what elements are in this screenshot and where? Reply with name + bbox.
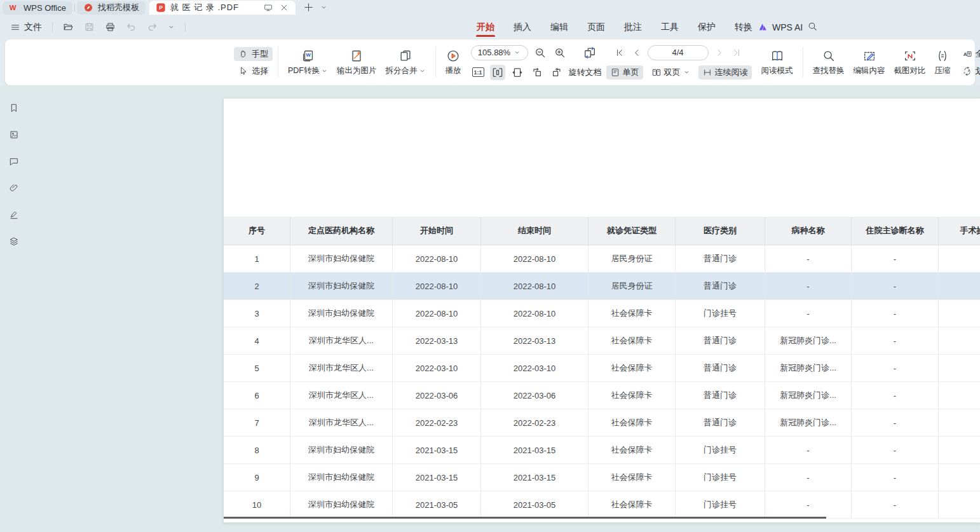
rotate-right-button[interactable] <box>549 65 564 80</box>
table-cell: 2021-03-15 <box>393 437 481 464</box>
wps-ai-button[interactable]: WPS AI <box>758 15 803 39</box>
first-page-button[interactable] <box>613 46 626 59</box>
save-button[interactable] <box>80 19 99 35</box>
table-cell: 深圳市龙华区人... <box>290 327 393 355</box>
new-tab-icon[interactable] <box>303 2 314 13</box>
single-page-icon <box>610 67 620 78</box>
page-indicator-input[interactable]: 4/4 <box>648 45 709 60</box>
table-cell: - <box>939 409 980 437</box>
tab-document[interactable]: 就 医 记 录 .PDF <box>149 1 296 15</box>
tab-docer-templates[interactable]: 找稻壳模板 <box>77 1 146 15</box>
next-page-icon <box>714 48 725 58</box>
zoom-out-button[interactable] <box>533 45 548 60</box>
next-page-button[interactable] <box>713 46 726 59</box>
table-cell: 深圳市龙华区人... <box>290 355 393 382</box>
table-row: 5深圳市龙华区人...2022-03-102022-03-10社会保障卡普通门诊… <box>224 355 980 382</box>
select-tool-button[interactable]: 选择 <box>234 64 273 78</box>
zoom-level-control[interactable]: 105.88% <box>471 45 528 60</box>
menu-item-pages[interactable]: 页面 <box>578 15 615 39</box>
menu-bar: 文件 开始 插入 编辑 页面 批注 工具 保护 转换 WPS AI <box>0 15 980 39</box>
pdf-convert-button[interactable]: PDF转换 <box>283 46 332 79</box>
chevron-down-icon <box>321 67 328 74</box>
menu-item-insert[interactable]: 插入 <box>504 15 541 39</box>
table-cell: - <box>939 437 980 464</box>
last-page-button[interactable] <box>730 46 743 59</box>
table-row: 3深圳市妇幼保健院2022-08-102022-08-10社会保障卡门诊挂号--… <box>224 300 980 327</box>
table-cell: 普通门诊 <box>676 245 765 273</box>
table-cell: 7 <box>224 409 290 437</box>
menu-item-convert[interactable]: 转换 <box>725 15 762 39</box>
menu-item-tools[interactable]: 工具 <box>651 15 688 39</box>
tab-actions <box>303 2 327 13</box>
continuous-read-button[interactable]: 连续阅读 <box>698 65 752 79</box>
fit-width-button[interactable] <box>490 65 505 80</box>
bookmarks-panel-button[interactable] <box>5 99 23 117</box>
word-translate-button[interactable]: 划词翻译 <box>958 64 980 78</box>
signature-panel-button[interactable] <box>5 206 23 224</box>
redo-button[interactable] <box>143 19 161 35</box>
table-row: 8深圳市妇幼保健院2021-03-152021-03-15社会保障卡门诊挂号--… <box>224 437 980 464</box>
table-cell: 4 <box>224 327 290 355</box>
zoom-in-icon <box>554 46 566 59</box>
menu-search-button[interactable] <box>806 20 819 33</box>
layers-panel-button[interactable] <box>5 233 23 250</box>
split-merge-button[interactable]: 拆分合并 <box>381 46 430 79</box>
table-cell: 普通门诊 <box>676 273 765 300</box>
table-cell: 普通门诊 <box>676 409 765 437</box>
comments-panel-button[interactable] <box>5 153 23 170</box>
rotate-left-button[interactable] <box>529 65 545 80</box>
table-row: 7深圳市龙华区人...2022-02-232022-02-23社会保障卡普通门诊… <box>224 409 980 437</box>
rotate-doc-label[interactable]: 旋转文档 <box>569 67 602 78</box>
table-cell: 社会保障卡 <box>589 437 676 464</box>
fit-page-button[interactable] <box>510 65 525 80</box>
table-cell: 新冠肺炎门诊... <box>765 327 852 355</box>
redo-icon <box>147 22 158 32</box>
read-mode-label: 阅读模式 <box>761 65 793 76</box>
zoom-in-button[interactable] <box>552 45 568 60</box>
page-indicator-value: 4/4 <box>672 48 683 57</box>
table-cell: 门诊挂号 <box>676 464 765 491</box>
menu-item-home[interactable]: 开始 <box>467 15 504 39</box>
export-image-button[interactable]: 输出为图片 <box>332 46 381 79</box>
tab-list-chevron-icon[interactable] <box>320 4 327 11</box>
menu-item-edit[interactable]: 编辑 <box>541 15 578 39</box>
tab-wps-office[interactable]: WPS Office <box>3 1 72 15</box>
open-button[interactable] <box>59 19 78 35</box>
play-button[interactable]: 播放 <box>441 46 466 79</box>
previous-page-button[interactable] <box>630 46 643 59</box>
table-cell: 2022-08-10 <box>393 273 481 300</box>
translate-group: 全文翻译 划词翻译 <box>958 47 980 78</box>
double-page-button[interactable]: 双页 <box>648 65 694 79</box>
table-cell: - <box>852 300 939 327</box>
find-replace-button[interactable]: 查找替换 <box>808 46 849 79</box>
compress-button[interactable]: 压缩 <box>930 46 955 79</box>
close-tab-icon[interactable] <box>279 3 289 13</box>
full-translate-button[interactable]: 全文翻译 <box>958 47 980 61</box>
fit-window-button[interactable] <box>582 44 598 61</box>
thumbnails-icon <box>9 128 19 141</box>
column-header: 病种名称 <box>765 217 852 245</box>
undo-button[interactable] <box>122 19 140 35</box>
pdf-page[interactable]: 序号定点医药机构名称开始时间结束时间就诊凭证类型医疗类别病种名称住院主诊断名称手… <box>224 99 980 522</box>
present-to-monitor-icon[interactable] <box>263 3 273 13</box>
hand-tool-button[interactable]: 手型 <box>234 47 273 61</box>
table-cell: 2022-08-10 <box>481 273 589 300</box>
layout-row: 1:1 旋转文档 单页 双页 连续阅读 <box>471 64 752 80</box>
screenshot-compare-button[interactable]: 截图对比 <box>890 46 930 79</box>
menu-item-protect[interactable]: 保护 <box>688 15 725 39</box>
single-page-button[interactable]: 单页 <box>606 65 643 79</box>
edit-content-button[interactable]: 编辑内容 <box>849 46 890 79</box>
file-menu-button[interactable]: 文件 <box>6 19 46 36</box>
ribbon-tabs: 开始 插入 编辑 页面 批注 工具 保护 转换 <box>467 15 762 39</box>
attachments-panel-button[interactable] <box>5 179 23 197</box>
table-cell: 社会保障卡 <box>589 464 676 491</box>
table-cell: 2022-03-06 <box>481 382 589 409</box>
table-cell: - <box>852 491 939 519</box>
menu-item-annotate[interactable]: 批注 <box>615 15 651 39</box>
quick-access-dropdown[interactable] <box>164 21 179 33</box>
print-button[interactable] <box>101 19 119 35</box>
play-icon <box>446 49 460 63</box>
thumbnails-panel-button[interactable] <box>5 126 23 144</box>
actual-size-button[interactable]: 1:1 <box>471 66 486 78</box>
read-mode-button[interactable]: 阅读模式 <box>757 46 798 79</box>
